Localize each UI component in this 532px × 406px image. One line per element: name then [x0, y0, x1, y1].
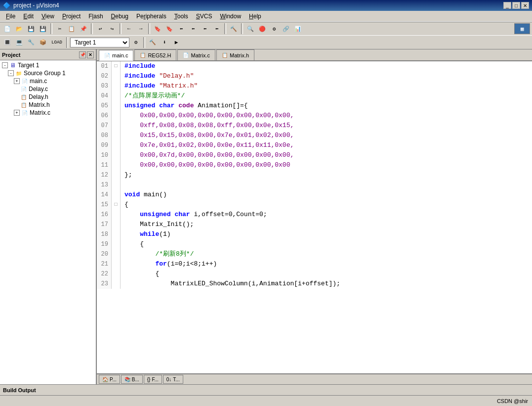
save-all-btn[interactable]: 💾	[38, 23, 48, 34]
code-line-10: 10 0x00,0x7d,0x00,0x00,0x00,0x00,0x00,0x…	[97, 150, 532, 160]
tab-matrix-c-icon: 📄	[183, 52, 189, 58]
bottom-tab-books[interactable]: 📚 B...	[121, 375, 143, 384]
new-file-btn[interactable]: 📄	[2, 23, 13, 34]
chip2-btn[interactable]: 🔧	[26, 37, 37, 48]
download-btn[interactable]: ⬇	[159, 37, 170, 48]
tab-reg52-h[interactable]: 📋 REG52.H	[134, 49, 176, 60]
tab-reg52-h-label: REG52.H	[148, 52, 171, 58]
close-btn[interactable]: ✕	[521, 2, 529, 9]
copy-btn[interactable]: 📋	[66, 23, 77, 34]
open-file-btn[interactable]: 📂	[14, 23, 25, 34]
bottom-tab-func[interactable]: {} F...	[144, 375, 162, 384]
tab-matrix-h[interactable]: 📋 Matrix.h	[216, 49, 254, 60]
expander-main-c[interactable]: +	[14, 78, 20, 84]
redo-btn[interactable]: ↪	[107, 23, 118, 34]
menu-debug[interactable]: Debug	[107, 12, 132, 21]
delay-h-label: Delay.h	[29, 93, 48, 100]
tree-item-matrix-c[interactable]: + 📄 Matrix.c	[0, 109, 96, 117]
connect-btn[interactable]: 🔗	[281, 23, 291, 34]
save-btn[interactable]: 💾	[26, 23, 37, 34]
tree-item-target1[interactable]: - 🖥 Target 1	[0, 61, 96, 69]
menu-file[interactable]: File	[2, 12, 19, 21]
tree-item-main-c[interactable]: + 📄 main.c	[0, 77, 96, 85]
nav-back-btn[interactable]: ←	[123, 23, 134, 34]
menu-window[interactable]: Window	[216, 12, 245, 21]
expander-source-group1[interactable]: -	[8, 70, 14, 76]
code-line-8: 08 0x15,0x15,0x08,0x00,0x7e,0x01,0x02,0x…	[97, 131, 532, 140]
undo-btn[interactable]: ↩	[95, 23, 106, 34]
expander-target1[interactable]: -	[2, 62, 8, 68]
panel-header-buttons: 📌 ✕	[79, 51, 94, 58]
target-options-btn[interactable]: ⚙	[130, 37, 141, 48]
indent-btn[interactable]: ⬅	[176, 23, 187, 34]
file-c-icon: 📄	[21, 78, 29, 85]
bottom-tab-project[interactable]: 🏠 P...	[99, 375, 120, 384]
cut-btn[interactable]: ✂	[54, 23, 65, 34]
tree-item-delay-c[interactable]: 📄 Delay.c	[0, 85, 96, 93]
expander-matrix-c[interactable]: +	[14, 110, 20, 116]
tab-matrix-h-icon: 📋	[222, 52, 228, 58]
tab-matrix-c[interactable]: 📄 Matrix.c	[177, 49, 215, 60]
chip3-btn[interactable]: 📦	[38, 37, 48, 48]
menu-peripherals[interactable]: Peripherals	[132, 12, 170, 21]
code-scroll-container[interactable]: 01 □ #include 02 #include "Delay.h" 03 #…	[97, 61, 532, 373]
layout-btn[interactable]: ▦	[514, 23, 530, 34]
menu-flash[interactable]: Flash	[84, 12, 107, 21]
board-btn[interactable]: 🔳	[2, 37, 13, 48]
maximize-btn[interactable]: □	[512, 2, 520, 9]
bookmark2-btn[interactable]: 🔖	[164, 23, 175, 34]
books-tab-label: B...	[132, 377, 139, 382]
code-line-7: 07 0xff,0x08,0x08,0x08,0xff,0x00,0x0e,0x…	[97, 121, 532, 131]
menu-svcs[interactable]: SVCS	[192, 12, 216, 21]
target-select[interactable]: Target 1	[70, 38, 129, 47]
load-btn[interactable]: LOAD	[49, 37, 64, 48]
tab-main-c[interactable]: 📄 main.c	[99, 50, 133, 61]
app-icon: 🔷	[3, 2, 10, 9]
sep2	[91, 23, 93, 34]
panel-pin-btn[interactable]: 📌	[79, 51, 86, 58]
replace-btn[interactable]: 🔴	[257, 23, 268, 34]
db-btn[interactable]: ⚙	[269, 23, 280, 34]
chip-btn[interactable]: 💻	[14, 37, 25, 48]
paste-btn[interactable]: 📌	[78, 23, 89, 34]
bookmark-btn[interactable]: 🔖	[152, 23, 163, 34]
sep8	[143, 37, 145, 48]
build-output-label: Build Output	[3, 387, 36, 393]
tree-item-matrix-h[interactable]: 📋 Matrix.h	[0, 101, 96, 109]
menu-edit[interactable]: Edit	[19, 12, 38, 21]
options-btn[interactable]: 📊	[292, 23, 303, 34]
delay-c-label: Delay.c	[29, 86, 48, 92]
tab-main-c-label: main.c	[112, 52, 128, 58]
panel-close-btn[interactable]: ✕	[87, 51, 94, 58]
code-line-5: 05 unsigned char code Animation[]={	[97, 101, 532, 111]
more-btn[interactable]: ▶	[171, 37, 182, 48]
statusbar: CSDN @shir	[0, 395, 532, 406]
menu-tools[interactable]: Tools	[170, 12, 192, 21]
minimize-btn[interactable]: _	[503, 2, 511, 9]
code-line-2: 02 #include "Delay.h"	[97, 71, 532, 81]
file-delay-h-icon: 📋	[20, 93, 28, 100]
tab-matrix-c-label: Matrix.c	[191, 52, 210, 58]
indent2-btn[interactable]: ⬅	[188, 23, 199, 34]
tree-item-source-group1[interactable]: - 📁 Source Group 1	[0, 69, 96, 77]
menu-project[interactable]: Project	[58, 12, 84, 21]
code-line-9: 09 0x7e,0x01,0x02,0x00,0x0e,0x11,0x11,0x…	[97, 140, 532, 150]
bottom-tab-tmpl[interactable]: 0↓ T...	[163, 375, 183, 384]
tmpl-tab-label: T...	[173, 377, 179, 382]
menubar: File Edit View Project Flash Debug Perip…	[0, 11, 532, 22]
bottom-panel: 🏠 P... 📚 B... {} F... 0↓ T...	[97, 373, 532, 384]
indent4-btn[interactable]: ⬅	[211, 23, 222, 34]
search-btn[interactable]: 🔍	[245, 23, 256, 34]
source-group1-label: Source Group 1	[24, 70, 66, 77]
tree-item-delay-h[interactable]: 📋 Delay.h	[0, 93, 96, 101]
sep6	[241, 23, 243, 34]
code-line-16: 16 unsigned char i,offset=0,Count=0;	[97, 210, 532, 220]
build2-btn[interactable]: 🔨	[147, 37, 158, 48]
build-btn[interactable]: 🔨	[228, 23, 239, 34]
code-line-20: 20 /*刷新8列*/	[97, 249, 532, 259]
nav-fwd-btn[interactable]: →	[135, 23, 146, 34]
menu-help[interactable]: Help	[245, 12, 265, 21]
indent3-btn[interactable]: ⬅	[200, 23, 210, 34]
menu-view[interactable]: View	[38, 12, 58, 21]
main-layout: Project 📌 ✕ - 🖥 Target 1 - 📁 Source Grou…	[0, 49, 532, 384]
